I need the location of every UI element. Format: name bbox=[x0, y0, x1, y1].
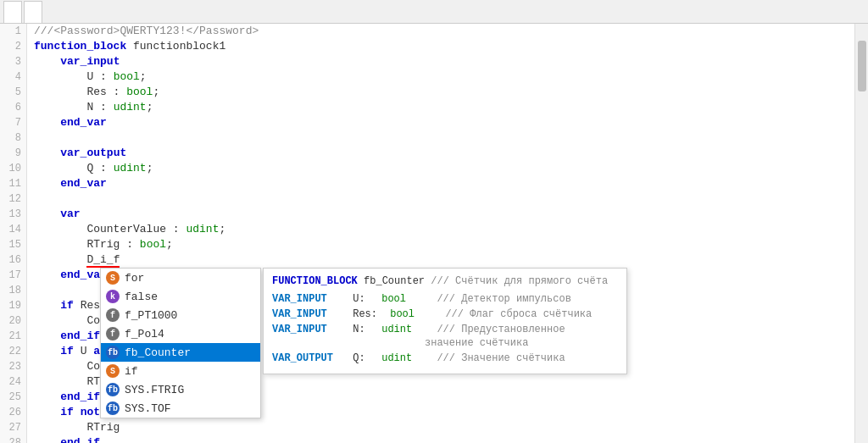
nav-arrows bbox=[849, 10, 865, 14]
nav-next[interactable] bbox=[858, 10, 865, 14]
autocomplete-item[interactable]: fbfb_Counter bbox=[101, 343, 260, 362]
hint-row: VAR_INPUT N: udint /// Предустановленное… bbox=[272, 323, 618, 350]
hint-row: VAR_OUTPUT Q: udint /// Значение счётчик… bbox=[272, 352, 618, 365]
autocomplete-item[interactable]: Sif bbox=[101, 362, 260, 380]
scrollbar-thumb[interactable] bbox=[858, 41, 866, 91]
editor-area: 1234567891011121314151617181920212223242… bbox=[0, 24, 868, 443]
tab-schema[interactable] bbox=[3, 1, 22, 23]
autocomplete-dropdown[interactable]: Sforkfalseff_PT1000ff_Pol4fbfb_CounterSi… bbox=[100, 268, 261, 418]
autocomplete-item[interactable]: fbSYS.FTRIG bbox=[101, 380, 260, 399]
autocomplete-item[interactable]: kfalse bbox=[101, 287, 260, 306]
nav-prev[interactable] bbox=[849, 10, 856, 14]
autocomplete-item[interactable]: ff_Pol4 bbox=[101, 324, 260, 343]
hint-row: VAR_INPUT Res: bool /// Флаг сброса счёт… bbox=[272, 307, 618, 321]
hint-row: VAR_INPUT U: bool /// Детектор импульсов bbox=[272, 292, 618, 306]
line-numbers: 1234567891011121314151617181920212223242… bbox=[0, 24, 27, 443]
title-bar bbox=[0, 0, 868, 24]
hint-panel: FUNCTION_BLOCK fb_Counter /// Счётчик дл… bbox=[263, 268, 627, 374]
autocomplete-item[interactable]: fbSYS.TOF bbox=[101, 399, 260, 418]
autocomplete-item[interactable]: Sfor bbox=[101, 269, 260, 287]
autocomplete-item[interactable]: ff_PT1000 bbox=[101, 306, 260, 324]
tab-editor[interactable] bbox=[24, 1, 42, 23]
scrollbar-vertical[interactable] bbox=[854, 24, 868, 443]
